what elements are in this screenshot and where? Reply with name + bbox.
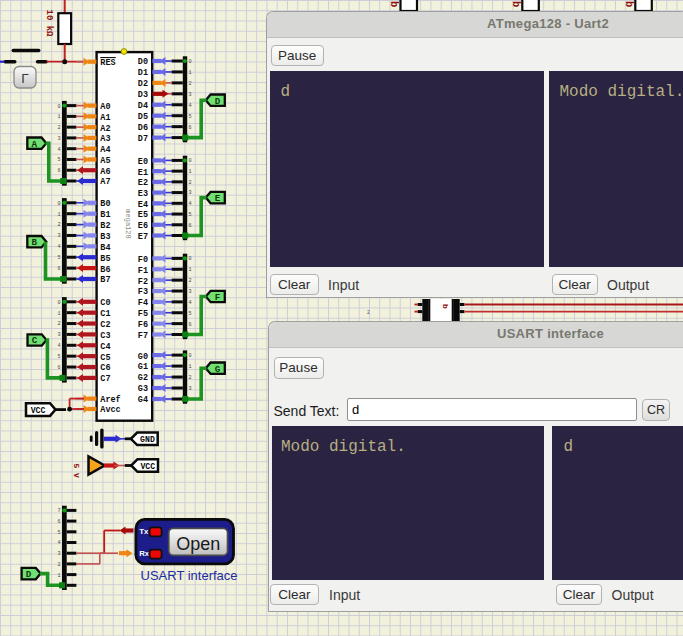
svg-text:6: 6 — [57, 266, 60, 272]
svg-text:4: 4 — [189, 103, 192, 109]
svg-text:6: 6 — [57, 168, 60, 174]
svg-text:3: 3 — [189, 190, 192, 196]
svg-text:1: 1 — [57, 114, 60, 120]
svg-text:1: 1 — [57, 212, 60, 218]
svg-text:0: 0 — [57, 104, 60, 110]
svg-text:6: 6 — [189, 125, 192, 131]
svg-text:4: 4 — [57, 540, 60, 546]
svg-text:E5: E5 — [138, 210, 148, 220]
svg-text:4: 4 — [57, 343, 60, 349]
svg-text:A1: A1 — [100, 113, 110, 123]
svg-text:C0: C0 — [100, 298, 110, 308]
svg-text:G0: G0 — [138, 352, 148, 362]
svg-text:5: 5 — [57, 530, 60, 536]
svg-text:F5: F5 — [138, 309, 148, 319]
svg-text:B6: B6 — [100, 265, 110, 275]
svg-text:10 kΩ: 10 kΩ — [44, 10, 54, 38]
svg-text:B1: B1 — [100, 210, 110, 220]
svg-text:RES: RES — [100, 58, 115, 68]
svg-text:3: 3 — [57, 136, 60, 142]
svg-text:Aref: Aref — [100, 395, 120, 405]
svg-text:G2: G2 — [138, 373, 148, 383]
svg-text:2: 2 — [57, 321, 60, 327]
svg-text:E2: E2 — [138, 178, 148, 188]
svg-text:5: 5 — [189, 311, 192, 317]
svg-text:D7: D7 — [138, 134, 148, 144]
svg-text:B0: B0 — [100, 199, 110, 209]
svg-text:B4: B4 — [100, 243, 110, 253]
svg-text:1: 1 — [189, 70, 192, 76]
svg-text:E: E — [215, 193, 221, 204]
svg-text:VCC: VCC — [140, 462, 155, 471]
svg-text:3: 3 — [57, 332, 60, 338]
svg-text:4: 4 — [189, 300, 192, 306]
svg-text:D6: D6 — [138, 123, 148, 133]
svg-text:D5: D5 — [138, 112, 148, 122]
svg-text:F1: F1 — [138, 266, 148, 276]
svg-text:GND: GND — [140, 435, 155, 444]
svg-text:A2: A2 — [100, 124, 110, 134]
svg-text:Tx: Tx — [139, 527, 149, 536]
svg-text:D: D — [215, 96, 221, 107]
svg-text:B7: B7 — [100, 275, 110, 285]
svg-text:B2: B2 — [100, 221, 110, 231]
svg-text:0: 0 — [189, 256, 192, 262]
svg-text:3: 3 — [189, 92, 192, 98]
svg-text:4: 4 — [57, 147, 60, 153]
svg-text:Avcc: Avcc — [100, 405, 120, 415]
svg-text:2: 2 — [57, 125, 60, 131]
svg-text:0: 0 — [189, 158, 192, 164]
svg-text:C1: C1 — [100, 309, 110, 319]
svg-text:E1: E1 — [138, 168, 148, 178]
svg-text:A4: A4 — [100, 145, 110, 155]
svg-text:A5: A5 — [100, 156, 110, 166]
svg-text:2: 2 — [57, 562, 60, 568]
svg-text:D3: D3 — [138, 90, 148, 100]
svg-text:Rx: Rx — [139, 549, 150, 558]
svg-text:1: 1 — [189, 169, 192, 175]
svg-text:3: 3 — [57, 551, 60, 557]
svg-text:6: 6 — [57, 365, 60, 371]
svg-text:G4: G4 — [138, 395, 148, 405]
svg-text:3: 3 — [57, 233, 60, 239]
svg-text:USART interface: USART interface — [141, 568, 238, 583]
svg-text:B5: B5 — [100, 254, 110, 264]
svg-text:2: 2 — [189, 180, 192, 186]
svg-text:G1: G1 — [138, 362, 148, 372]
svg-text:E7: E7 — [138, 232, 148, 242]
svg-text:Γ: Γ — [21, 71, 29, 86]
svg-text:C: C — [32, 335, 38, 346]
svg-text:C4: C4 — [100, 342, 110, 352]
svg-text:C2: C2 — [100, 320, 110, 330]
svg-text:D1: D1 — [138, 68, 148, 78]
svg-text:A3: A3 — [100, 134, 110, 144]
svg-text:6: 6 — [189, 223, 192, 229]
svg-text:7: 7 — [57, 508, 60, 514]
svg-text:F2: F2 — [138, 277, 148, 287]
svg-text:5: 5 — [189, 114, 192, 120]
svg-text:1: 1 — [189, 267, 192, 273]
svg-text:C6: C6 — [100, 363, 110, 373]
svg-text:A0: A0 — [100, 102, 110, 112]
svg-text:Open: Open — [176, 534, 220, 554]
svg-text:0: 0 — [189, 59, 192, 65]
svg-text:6: 6 — [57, 519, 60, 525]
svg-text:G: G — [215, 364, 221, 375]
svg-text:B: B — [32, 237, 38, 248]
svg-text:4: 4 — [189, 201, 192, 207]
svg-text:D: D — [26, 569, 32, 580]
svg-text:D0: D0 — [138, 57, 148, 67]
svg-text:F7: F7 — [138, 331, 148, 341]
svg-text:5: 5 — [57, 157, 60, 163]
svg-text:D2: D2 — [138, 79, 148, 89]
svg-text:5: 5 — [189, 212, 192, 218]
svg-text:2: 2 — [57, 222, 60, 228]
svg-text:2: 2 — [189, 278, 192, 284]
svg-text:E3: E3 — [138, 189, 148, 199]
svg-text:F3: F3 — [138, 287, 148, 297]
svg-text:VCC: VCC — [31, 406, 46, 415]
svg-text:C3: C3 — [100, 331, 110, 341]
svg-text:F0: F0 — [138, 255, 148, 265]
svg-text:0: 0 — [57, 201, 60, 207]
svg-text:1: 1 — [189, 364, 192, 370]
